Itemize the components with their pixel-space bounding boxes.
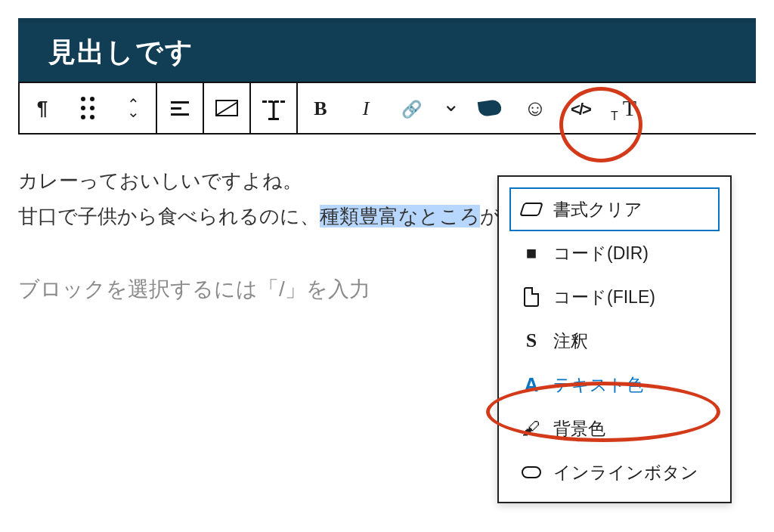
dropdown-item-label: 背景色 [553, 417, 709, 441]
bold-button[interactable] [298, 83, 343, 133]
annotation-s-icon [520, 329, 543, 352]
italic-button[interactable] [343, 83, 389, 133]
text: 甘口で子供から食べられるのに、 [18, 205, 320, 227]
highlight-color-button[interactable] [467, 83, 512, 133]
page-title: 見出しです [48, 34, 194, 71]
selected-text: 種類豊富なところ [320, 205, 480, 227]
text-color-a-icon [520, 373, 543, 397]
dropdown-item-label: コード(FILE) [553, 286, 709, 309]
up-down-icon: ⌃⌄ [127, 101, 140, 116]
block-type-button[interactable] [20, 83, 65, 133]
block-toolbar: ⌃⌄ T [18, 82, 756, 135]
dropdown-item-label: テキスト色 [553, 373, 709, 397]
dropdown-item-label: インラインボタン [553, 461, 709, 484]
emoji-icon [524, 95, 547, 121]
italic-icon [363, 97, 370, 120]
dropdown-item-code-file[interactable]: コード(FILE) [509, 275, 720, 319]
bold-icon [314, 97, 327, 120]
drag-icon [81, 97, 94, 119]
emoji-button[interactable] [512, 83, 558, 133]
chevron-down-icon [442, 96, 460, 121]
dropdown-item-label: 書式クリア [553, 198, 709, 221]
dropdown-item-label: コード(DIR) [553, 242, 709, 265]
dropdown-item-annotation[interactable]: 注釈 [509, 319, 720, 363]
link-icon [401, 97, 422, 120]
align-left-icon [171, 101, 189, 116]
more-inline-button[interactable] [434, 83, 467, 133]
width-icon [262, 101, 285, 116]
dropdown-item-clear-format[interactable]: 書式クリア [509, 187, 720, 231]
brush-icon [520, 418, 543, 439]
text: カレーっておいしいですよね。 [18, 169, 302, 192]
format-dropdown: 書式クリア コード(DIR) コード(FILE) 注釈 テキスト色 背景色 イン… [497, 175, 732, 503]
content-width-button[interactable] [251, 83, 296, 133]
link-button[interactable] [389, 83, 434, 133]
text-size-icon: T [615, 95, 636, 121]
dropdown-item-background-color[interactable]: 背景色 [509, 407, 720, 450]
dropdown-item-inline-button[interactable]: インラインボタン [509, 450, 720, 494]
image-disabled-icon [215, 100, 238, 116]
drag-handle[interactable] [65, 83, 110, 133]
dropdown-item-code-dir[interactable]: コード(DIR) [509, 231, 720, 275]
move-updown[interactable]: ⌃⌄ [110, 83, 156, 133]
pilcrow-icon [37, 97, 48, 120]
text-transform-button[interactable]: T [603, 83, 649, 133]
folder-icon [520, 243, 543, 264]
header-banner: 見出しです [18, 23, 756, 82]
dropdown-item-label: 注釈 [553, 329, 709, 353]
dropdown-item-text-color[interactable]: テキスト色 [509, 363, 720, 407]
swoosh-icon [478, 99, 502, 117]
file-icon [520, 287, 543, 307]
eraser-icon [520, 203, 543, 216]
no-image-button[interactable] [204, 83, 249, 133]
inline-code-button[interactable] [558, 83, 603, 133]
code-icon [571, 97, 590, 120]
pill-icon [520, 466, 543, 478]
align-button[interactable] [157, 83, 203, 133]
